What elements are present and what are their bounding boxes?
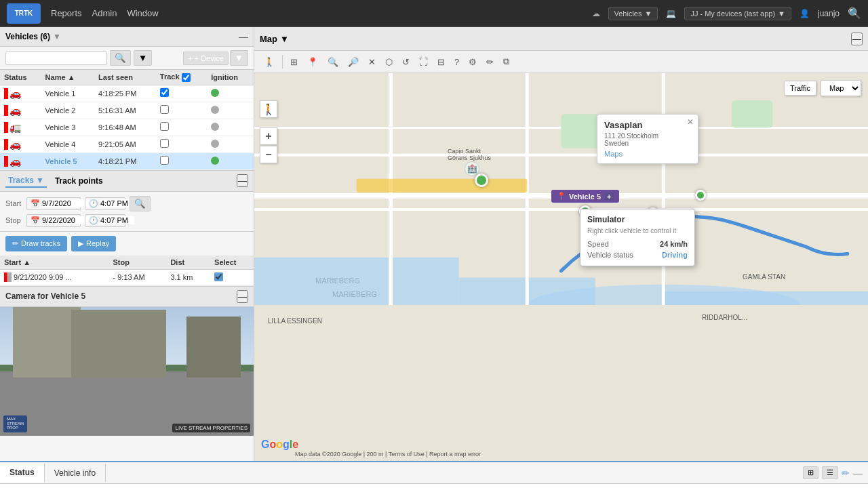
vehicle-lastseen-cell: 9:21:05 AM [94, 136, 156, 152]
vehicle-track-cell[interactable] [156, 85, 207, 102]
traffic-button[interactable]: Traffic [784, 81, 816, 96]
vehicle-ignition-cell [207, 136, 254, 152]
zoom-in-button[interactable]: + [260, 127, 277, 145]
track-stop-cell: - 9:13 AM [108, 269, 166, 285]
camera-section: Camera for Vehicle 5 — MAXSTREAMPROP LIV… [0, 286, 254, 436]
nav-window[interactable]: Window [127, 8, 158, 18]
vehicle-info-tab[interactable]: Vehicle info [45, 464, 106, 482]
track-checkbox[interactable] [160, 139, 169, 148]
layer-tool[interactable]: ⬡ [381, 54, 397, 70]
track-checkbox[interactable] [160, 122, 169, 131]
status-content: ➡ Vehicle 5 Last seen: 4:18:21 PM ⊞ ☰ ✏ … [0, 484, 868, 488]
col-name[interactable]: Name ▲ [41, 70, 95, 85]
search-tracks-button[interactable]: 🔍 [130, 196, 151, 211]
vehicle5-marker-icon: 📍 [557, 192, 566, 201]
vehicle-track-cell[interactable] [156, 102, 207, 119]
vehicle-track-cell[interactable] [156, 119, 207, 136]
rotate-tool[interactable]: ↺ [398, 54, 414, 70]
draw-tracks-button[interactable]: ✏ Draw tracks [5, 236, 67, 251]
track-all-checkbox[interactable] [182, 73, 191, 82]
vehicles-collapse-button[interactable]: — [239, 31, 248, 42]
track-col-select[interactable]: Select [210, 256, 254, 270]
vehicle-track-cell[interactable] [156, 136, 207, 152]
list-view-button[interactable]: ☰ [822, 466, 838, 479]
pegman-control[interactable]: 🚶 [260, 100, 277, 118]
vehicle-row[interactable]: 🚗 Vehicle 2 5:16:31 AM [0, 102, 254, 119]
track-row[interactable]: 9/21/2020 9:09 ... - 9:13 AM 3.1 km [0, 269, 254, 285]
camera-collapse-button[interactable]: — [237, 290, 248, 303]
start-time-input[interactable]: 🕐 [85, 197, 125, 210]
zoom-in-tool[interactable]: 🔍 [323, 54, 342, 70]
col-ignition[interactable]: Ignition [207, 70, 254, 85]
vehicle-row[interactable]: 🚗 Vehicle 4 9:21:05 AM [0, 136, 254, 152]
nav-admin[interactable]: Admin [92, 8, 117, 18]
map-collapse-button[interactable]: — [851, 33, 863, 45]
pencil-icon: ✏ [12, 239, 18, 248]
track-checkbox[interactable] [160, 105, 169, 114]
col-last-seen[interactable]: Last seen [94, 70, 156, 85]
move-tool[interactable]: ✕ [364, 54, 380, 70]
tracks-collapse-button[interactable]: — [237, 174, 248, 187]
track-checkbox[interactable] [160, 156, 169, 165]
search-button[interactable]: 🔍 [848, 7, 861, 20]
track-checkbox[interactable] [160, 88, 169, 97]
track-select-checkbox[interactable] [214, 272, 223, 281]
vasaplan-popup: ✕ Vasaplan 111 20 Stockholm Sweden Maps [597, 114, 698, 164]
nav-reports[interactable]: Reports [51, 8, 82, 18]
navbar-right: ☁ Vehicles ▼ 💻 JJ - My devices (last app… [592, 7, 862, 20]
vehicle-row[interactable]: 🚗 Vehicle 5 4:18:21 PM [0, 152, 254, 169]
vehicle-search-input[interactable] [5, 52, 107, 65]
track-col-stop[interactable]: Stop [108, 256, 166, 270]
vehicles-title-button[interactable]: Vehicles (6) ▼ [5, 32, 61, 41]
track-col-dist[interactable]: Dist [166, 256, 210, 270]
track-col-start[interactable]: Start ▲ [0, 256, 108, 270]
track-select-cell[interactable] [210, 269, 254, 285]
vehicle-track-cell[interactable] [156, 152, 207, 169]
devices-dropdown[interactable]: JJ - My devices (last app) ▼ [684, 7, 791, 20]
start-date-field[interactable] [42, 199, 90, 207]
stop-time-input[interactable]: 🕐 [85, 214, 125, 227]
zoom-out-button[interactable]: − [260, 146, 277, 163]
map-label-sjukhus: Capio SanktGörans Sjukhus [448, 148, 491, 161]
search-button[interactable]: 🔍 [110, 50, 131, 66]
stop-date-input[interactable]: 📅 [26, 214, 81, 227]
person-tool-button[interactable]: 🚶 [260, 54, 279, 70]
grid-tool-button[interactable]: ⊞ [286, 54, 302, 70]
camera-title: Camera for Vehicle 5 [5, 291, 85, 301]
track-points-tab[interactable]: Track points [52, 175, 106, 187]
start-date-input[interactable]: 📅 [26, 197, 81, 210]
vehicle-ignition-cell [207, 119, 254, 136]
map-area[interactable]: RISTINEBERG FREDHÄLL MARIEBERG MARIEBERG… [254, 73, 868, 461]
config-tool[interactable]: ⚙ [465, 54, 481, 70]
calendar-icon: 📅 [31, 216, 40, 225]
table-tool[interactable]: ⊟ [433, 54, 449, 70]
tracks-tab[interactable]: Tracks ▼ [5, 174, 47, 188]
stop-date-field[interactable] [42, 216, 90, 224]
col-status[interactable]: Status [0, 70, 41, 85]
vehicle-row[interactable]: 🚗 Vehicle 1 4:18:25 PM [0, 85, 254, 102]
layers2-tool[interactable]: ⧉ [499, 54, 513, 70]
tracks-section: Tracks ▼ Track points — Start 📅 🕐 [0, 170, 254, 286]
help-tool[interactable]: ? [450, 54, 463, 70]
status-tab[interactable]: Status [0, 464, 45, 483]
popup-close-button[interactable]: ✕ [687, 117, 694, 127]
add-device-button[interactable]: + + Device [183, 52, 229, 65]
vehicles-dropdown[interactable]: Vehicles ▼ [608, 7, 658, 20]
draw-tool[interactable]: ✏ [482, 54, 498, 70]
collapse-bottom-button[interactable]: — [853, 468, 863, 479]
map-title-button[interactable]: Map ▼ [260, 34, 289, 44]
pin-tool-button[interactable]: 📍 [303, 54, 322, 70]
map-type-select[interactable]: Map [821, 80, 861, 96]
stop-time-field[interactable] [100, 216, 134, 224]
grid-view-button[interactable]: ⊞ [803, 466, 818, 479]
fullscreen-tool[interactable]: ⛶ [415, 54, 432, 70]
zoom-out-tool[interactable]: 🔎 [344, 54, 363, 70]
svg-rect-2 [663, 291, 868, 305]
replay-button[interactable]: ▶ Replay [71, 236, 116, 251]
vehicle-row[interactable]: 🚛 Vehicle 3 9:16:48 AM [0, 119, 254, 136]
maps-link[interactable]: Maps [604, 150, 623, 158]
add-device-dropdown-button[interactable]: ▼ [230, 50, 248, 66]
col-track[interactable]: Track [156, 70, 207, 85]
filter-button[interactable]: ▼ [134, 50, 152, 66]
edit-vehicle-button[interactable]: ✏ [842, 468, 850, 479]
